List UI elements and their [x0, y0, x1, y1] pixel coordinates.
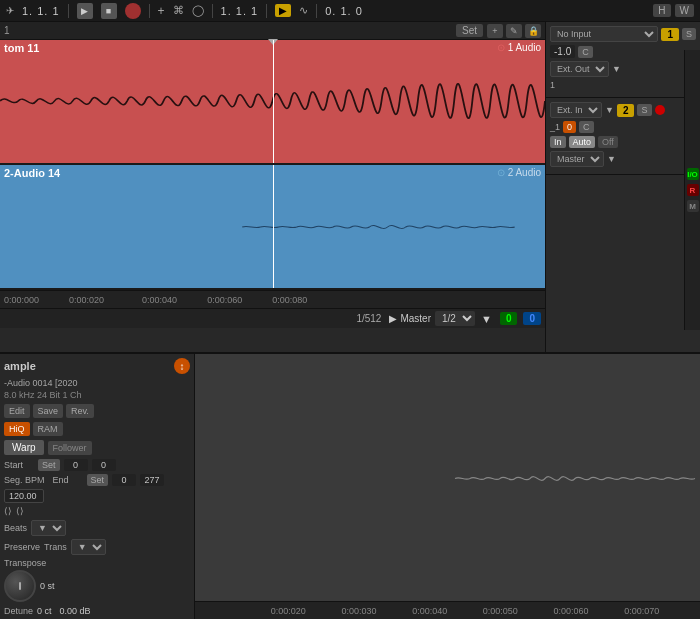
warp-button[interactable]: Warp — [4, 440, 44, 455]
bpm-input[interactable] — [4, 489, 44, 503]
transpose-row: Transpose 0 st — [4, 558, 190, 602]
channel2-input-num: _1 — [550, 122, 560, 132]
track2-playhead — [273, 165, 274, 288]
channel2-extin-dropdown: ▼ — [605, 105, 614, 115]
toolbar-plus-icon: + — [158, 4, 165, 18]
channel1-extout-dropdown: ▼ — [612, 64, 621, 74]
channel1-c-button[interactable]: C — [578, 46, 593, 58]
knob-container: 0 st — [4, 570, 55, 602]
track-ruler: 1 Set + ✎ 🔒 — [0, 22, 545, 40]
stop-button[interactable]: ■ — [101, 3, 117, 19]
ram-button[interactable]: RAM — [33, 422, 63, 436]
ruler-icons: + ✎ 🔒 — [487, 24, 541, 38]
main-area: 1 Set + ✎ 🔒 tom 11 ⊙ 1 Audio — [0, 22, 700, 352]
toolbar-circle-icon: ◯ — [192, 4, 204, 17]
toolbar-divider-5 — [316, 4, 317, 18]
channel2-orange-zero: 0 — [563, 121, 576, 133]
master-play-icon: ▶ — [389, 313, 397, 324]
ruler-icon-lock[interactable]: 🔒 — [525, 24, 541, 38]
channel2-off-button[interactable]: Off — [598, 136, 618, 148]
toolbar-divider-4 — [266, 4, 267, 18]
r-indicator[interactable]: R — [687, 184, 699, 196]
seg-bpm-row: Seg. BPM End Set 0 277 — [4, 474, 190, 486]
master-label: Master — [400, 313, 431, 324]
track1-label: tom 11 — [4, 42, 39, 54]
channel2-number: 2 — [617, 104, 635, 117]
channel2-s-button[interactable]: S — [637, 104, 651, 116]
channel1-s-button[interactable]: S — [682, 28, 696, 40]
time-ruler: 0:00:000 0:00:020 0:00:040 0:00:060 0:00… — [0, 290, 545, 308]
channel2-master-select[interactable]: Master — [550, 151, 604, 167]
start-set-button[interactable]: Set — [38, 459, 60, 471]
bottom-time-1: 0:00:020 — [271, 606, 306, 616]
toolbar-wave-icon: ∿ — [299, 4, 308, 17]
record-button[interactable] — [125, 3, 141, 19]
ruler-icon-pencil[interactable]: ✎ — [506, 24, 522, 38]
toggle-1: ⟨⟩ — [4, 506, 12, 516]
ruler-icon-add[interactable]: + — [487, 24, 503, 38]
channel1-input-row: No Input 1 S — [550, 26, 696, 42]
channel1-volume: -1.0 — [550, 45, 575, 58]
io-indicator[interactable]: I/O — [687, 168, 699, 180]
track1-playhead — [273, 40, 274, 163]
side-indicators: I/O R M — [684, 50, 700, 330]
rev-button[interactable]: Rev. — [66, 404, 94, 418]
trans-label: Trans — [44, 542, 67, 552]
set-button[interactable]: Set — [456, 24, 483, 37]
bottom-time-6: 0:00:070 — [624, 606, 659, 616]
channel2-extin-select[interactable]: Ext. In — [550, 102, 602, 118]
master-blue-value: 0 — [523, 312, 541, 325]
toolbar-arrow-icon: ✈ — [6, 5, 14, 16]
toolbar-link-icon: ⌘ — [173, 4, 184, 17]
channel2-c-button[interactable]: C — [579, 121, 594, 133]
end-set-button[interactable]: Set — [87, 474, 109, 486]
channel2-auto-button[interactable]: Auto — [569, 136, 596, 148]
beats-label: Beats — [4, 523, 27, 533]
channel1-extout-row: Ext. Out ▼ — [550, 61, 696, 77]
channel1-extout-num-row: 1 — [550, 80, 696, 90]
channel-2-strip: Ext. In ▼ 2 S _1 0 C In Auto Off Master — [546, 98, 700, 175]
track-area: 1 Set + ✎ 🔒 tom 11 ⊙ 1 Audio — [0, 22, 545, 352]
time-marker-4: 0:00:060 — [207, 295, 242, 305]
hiq-button[interactable]: HiQ — [4, 422, 30, 436]
bottom-time-5: 0:00:060 — [554, 606, 589, 616]
start-val2: 0 — [92, 459, 116, 471]
beats-row: Beats ▼ — [4, 520, 190, 536]
detune-db-val: 0.00 dB — [60, 606, 91, 616]
sample-title-bar: ample ↕ — [4, 358, 190, 374]
transpose-knob[interactable] — [4, 570, 36, 602]
sample-info: 8.0 kHz 24 Bit 1 Ch — [4, 390, 190, 400]
toolbar-right-section: H W — [653, 4, 694, 17]
sample-orange-button[interactable]: ↕ — [174, 358, 190, 374]
sample-mode-row: HiQ RAM — [4, 422, 190, 436]
m-indicator[interactable]: M — [687, 200, 699, 212]
detune-label: Detune — [4, 606, 33, 616]
channel2-red-indicator — [655, 105, 665, 115]
channel1-extout-num: 1 — [550, 80, 555, 90]
beats-select[interactable]: ▼ — [31, 520, 66, 536]
warp-row: Warp Follower — [4, 440, 190, 455]
end-val1: 0 — [112, 474, 136, 486]
edit-button[interactable]: Edit — [4, 404, 30, 418]
time-marker-3: 0:00:040 — [142, 295, 177, 305]
toolbar-time-display: 0. 1. 0 — [325, 5, 363, 17]
sample-filename: -Audio 0014 [2020 — [4, 378, 190, 388]
save-button[interactable]: Save — [33, 404, 64, 418]
bottom-time-2: 0:00:030 — [341, 606, 376, 616]
master-ratio-select[interactable]: 1/2 1/4 1/1 — [435, 311, 475, 326]
top-toolbar: ✈ 1. 1. 1 ▶ ■ + ⌘ ◯ 1. 1. 1 ▶ ∿ 0. 1. 0 … — [0, 0, 700, 22]
channel2-in-button[interactable]: In — [550, 136, 566, 148]
seg-bpm-label: Seg. BPM — [4, 475, 45, 485]
master-play-button[interactable]: ▶ Master — [389, 313, 431, 324]
channel1-extout-select[interactable]: Ext. Out — [550, 61, 609, 77]
trans-select[interactable]: ▼ — [71, 539, 106, 555]
w-button[interactable]: W — [675, 4, 694, 17]
play-button[interactable]: ▶ — [77, 3, 93, 19]
sample-title: ample — [4, 360, 36, 372]
h-button[interactable]: H — [653, 4, 670, 17]
toolbar-divider-3 — [212, 4, 213, 18]
track-1: tom 11 ⊙ 1 Audio — [0, 40, 545, 165]
detune-row: Detune 0 ct 0.00 dB — [4, 606, 190, 616]
end-val2: 277 — [140, 474, 164, 486]
channel1-input-select[interactable]: No Input — [550, 26, 658, 42]
